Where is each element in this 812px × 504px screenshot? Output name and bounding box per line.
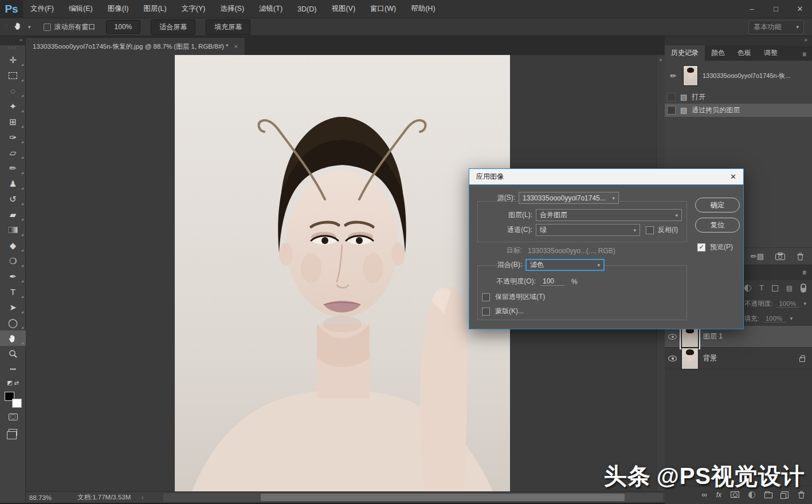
- menu-item[interactable]: 文件(F): [23, 0, 61, 18]
- panel-menu-icon[interactable]: ≡: [797, 48, 812, 61]
- background-color[interactable]: [12, 399, 22, 408]
- layer-row[interactable]: 背景: [665, 348, 812, 369]
- gradient-tool[interactable]: [0, 222, 26, 238]
- menu-item[interactable]: 编辑(E): [61, 0, 100, 18]
- brush-tool[interactable]: ✏: [0, 160, 26, 176]
- blend-select[interactable]: 滤色▾: [525, 259, 605, 271]
- panel-tab[interactable]: 颜色: [705, 45, 731, 61]
- delete-icon[interactable]: [798, 491, 805, 499]
- preview-checkbox[interactable]: ✓: [697, 243, 705, 251]
- default-colors-icon[interactable]: ◩ ⇄: [0, 377, 26, 388]
- history-state-row[interactable]: ▤ 打开: [665, 90, 812, 104]
- eyedropper-tool[interactable]: ✑: [0, 129, 26, 145]
- history-state-row[interactable]: ▤ 通过拷贝的图层: [665, 104, 812, 117]
- link-icon[interactable]: ∞: [701, 490, 707, 499]
- crop-tool[interactable]: ⊞: [0, 114, 26, 129]
- hand-tool[interactable]: [0, 330, 26, 346]
- shape-tool[interactable]: ◯: [0, 315, 26, 330]
- menu-item[interactable]: 文字(Y): [174, 0, 213, 18]
- maximize-button[interactable]: □: [764, 0, 788, 18]
- menu-item[interactable]: 帮助(H): [403, 0, 442, 18]
- menu-item[interactable]: 视图(V): [324, 0, 363, 18]
- snapshot-camera-icon[interactable]: [775, 253, 785, 260]
- dialog-opacity-input[interactable]: 100: [540, 277, 564, 286]
- new-layer-icon[interactable]: [782, 491, 789, 498]
- mask-checkbox[interactable]: [482, 308, 490, 316]
- history-source-well[interactable]: [667, 106, 676, 115]
- workspace-selector[interactable]: 基本功能 ▾: [748, 20, 804, 34]
- layer-thumbnail[interactable]: [681, 348, 699, 369]
- history-snapshot-row[interactable]: ✏ 1330335ooo0yyol7o1745n-恢...: [665, 61, 812, 90]
- layer-select[interactable]: 合并图层▾: [536, 209, 682, 221]
- delete-icon[interactable]: [797, 253, 804, 261]
- filter-shape-icon[interactable]: [772, 285, 778, 292]
- tab-close-icon[interactable]: ×: [234, 43, 238, 50]
- panel-tab[interactable]: 历史记录: [665, 45, 705, 61]
- layer-visibility-eye-icon[interactable]: [668, 356, 677, 361]
- filter-type-icon[interactable]: T: [759, 284, 763, 292]
- history-brush-tool[interactable]: ↺: [0, 191, 26, 207]
- invert-checkbox[interactable]: [646, 226, 654, 234]
- magic-wand-tool[interactable]: ✦: [0, 99, 26, 114]
- source-select[interactable]: 1330335ooo0yyol7o1745...▾: [519, 192, 619, 204]
- menu-item[interactable]: 3D(D): [290, 0, 324, 18]
- opacity-caret-icon[interactable]: ▾: [803, 301, 806, 306]
- tool-preset-caret-icon[interactable]: ▾: [28, 24, 31, 30]
- layers-menu-icon[interactable]: ≡: [802, 269, 806, 277]
- group-icon[interactable]: [764, 493, 772, 498]
- horizontal-scrollbar[interactable]: ‹ ›: [163, 493, 663, 502]
- fill-caret-icon[interactable]: ▾: [790, 316, 793, 321]
- clone-stamp-tool[interactable]: ♟: [0, 176, 26, 191]
- status-zoom-level[interactable]: 88.73%: [26, 494, 77, 501]
- fill-screen-button[interactable]: 填充屏幕: [206, 19, 250, 35]
- panel-tab[interactable]: 色板: [731, 45, 758, 61]
- ok-button[interactable]: 确定: [695, 198, 740, 212]
- menu-item[interactable]: 窗口(W): [363, 0, 403, 18]
- layer-visibility-eye-icon[interactable]: [668, 334, 677, 340]
- dialog-close-icon[interactable]: ✕: [730, 172, 736, 181]
- marquee-tool[interactable]: [0, 68, 26, 83]
- type-tool[interactable]: T: [0, 284, 26, 300]
- fx-icon[interactable]: fx: [716, 491, 721, 499]
- zoom-tool[interactable]: [0, 346, 26, 361]
- scroll-all-windows-checkbox[interactable]: [44, 23, 51, 31]
- dodge-tool[interactable]: ❍: [0, 253, 26, 269]
- menu-item[interactable]: 图像(I): [100, 0, 136, 18]
- minimize-button[interactable]: –: [740, 0, 764, 18]
- filter-adjustment-icon[interactable]: [744, 285, 751, 292]
- fit-screen-button[interactable]: 适合屏幕: [151, 19, 195, 35]
- zoom-100-button[interactable]: 100%: [106, 20, 141, 34]
- adjustment-icon[interactable]: [748, 491, 755, 498]
- healing-brush-tool[interactable]: ▱: [0, 145, 26, 160]
- history-source-well[interactable]: [667, 93, 676, 101]
- close-button[interactable]: ✕: [788, 0, 812, 18]
- menu-item[interactable]: 滤镜(T): [252, 0, 290, 18]
- move-tool[interactable]: ✛: [0, 52, 26, 68]
- filter-smart-object-icon[interactable]: ▤: [786, 284, 793, 292]
- more-tools[interactable]: •••: [0, 361, 26, 377]
- scroll-all-windows-option[interactable]: 滚动所有窗口: [44, 22, 96, 32]
- history-brush-source-icon[interactable]: ✏: [668, 72, 678, 80]
- lasso-tool[interactable]: ◌: [0, 83, 26, 99]
- panel-tab[interactable]: 调整: [758, 45, 784, 61]
- scroll-left-icon[interactable]: ‹: [142, 494, 144, 501]
- panel-collapse-icon[interactable]: »: [665, 36, 812, 46]
- menu-item[interactable]: 图层(L): [136, 0, 174, 18]
- dialog-title-bar[interactable]: 应用图像 ✕: [469, 169, 743, 185]
- reset-button[interactable]: 复位: [695, 218, 740, 233]
- quick-mask-button[interactable]: [0, 409, 26, 424]
- hand-tool-icon[interactable]: [14, 21, 23, 33]
- mask-icon[interactable]: [731, 491, 739, 498]
- screen-mode-button[interactable]: [0, 424, 26, 440]
- document-tab[interactable]: 1330335ooo0yyol7o1745n-恢复的.jpg @ 88.7% (…: [26, 38, 245, 55]
- filter-toggle-icon[interactable]: [801, 284, 806, 293]
- menu-item[interactable]: 选择(S): [213, 0, 252, 18]
- scrollbar-thumb[interactable]: [261, 494, 625, 501]
- blur-tool[interactable]: ◆: [0, 238, 26, 253]
- toolbar-collapse-icon[interactable]: »: [0, 36, 25, 45]
- path-select-tool[interactable]: ➤: [0, 300, 26, 315]
- new-doc-from-state-icon[interactable]: ✏▤: [751, 252, 764, 261]
- channel-select[interactable]: 绿▾: [536, 224, 640, 236]
- eraser-tool[interactable]: ▰: [0, 207, 26, 222]
- pen-tool[interactable]: ✒: [0, 269, 26, 284]
